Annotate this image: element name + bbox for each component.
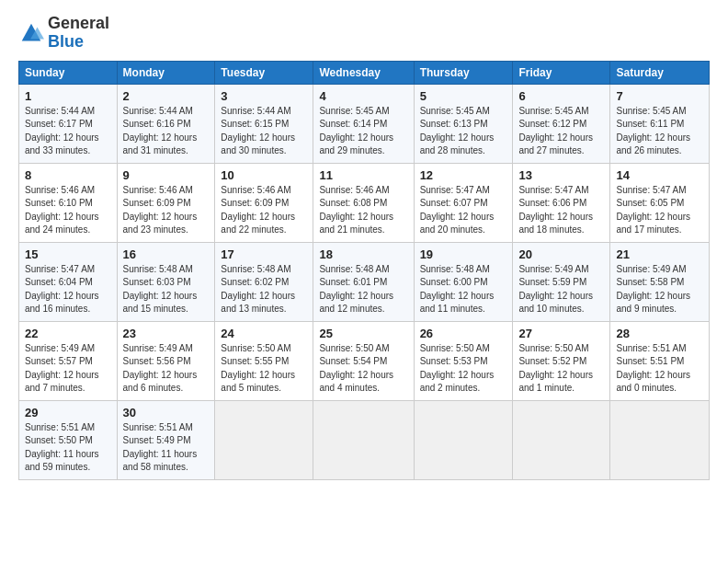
day-number: 21 (616, 247, 703, 261)
day-info: Sunrise: 5:48 AMSunset: 6:02 PMDaylight:… (221, 263, 307, 316)
day-cell: 3Sunrise: 5:44 AMSunset: 6:15 PMDaylight… (215, 84, 313, 163)
day-number: 10 (221, 168, 307, 182)
day-info: Sunrise: 5:48 AMSunset: 6:01 PMDaylight:… (319, 263, 407, 316)
logo-text: General Blue (48, 15, 109, 52)
day-info: Sunrise: 5:45 AMSunset: 6:13 PMDaylight:… (420, 105, 507, 158)
day-info: Sunrise: 5:45 AMSunset: 6:14 PMDaylight:… (319, 105, 407, 158)
day-cell: 21Sunrise: 5:49 AMSunset: 5:58 PMDayligh… (610, 242, 710, 321)
day-cell: 7Sunrise: 5:45 AMSunset: 6:11 PMDaylight… (610, 84, 710, 163)
day-cell: 13Sunrise: 5:47 AMSunset: 6:06 PMDayligh… (513, 163, 610, 242)
col-header-saturday: Saturday (610, 61, 710, 84)
week-row-3: 15Sunrise: 5:47 AMSunset: 6:04 PMDayligh… (19, 242, 710, 321)
day-cell: 20Sunrise: 5:49 AMSunset: 5:59 PMDayligh… (513, 242, 610, 321)
week-row-1: 1Sunrise: 5:44 AMSunset: 6:17 PMDaylight… (19, 84, 710, 163)
day-info: Sunrise: 5:51 AMSunset: 5:50 PMDaylight:… (25, 421, 111, 475)
day-number: 6 (518, 89, 604, 103)
col-header-friday: Friday (513, 61, 610, 84)
logo-blue: Blue (48, 32, 84, 51)
day-cell: 11Sunrise: 5:46 AMSunset: 6:08 PMDayligh… (313, 163, 414, 242)
day-cell: 6Sunrise: 5:45 AMSunset: 6:12 PMDaylight… (513, 84, 610, 163)
day-cell: 12Sunrise: 5:47 AMSunset: 6:07 PMDayligh… (414, 163, 513, 242)
day-cell: 30Sunrise: 5:51 AMSunset: 5:49 PMDayligh… (117, 400, 215, 479)
day-number: 15 (25, 247, 111, 261)
day-cell: 18Sunrise: 5:48 AMSunset: 6:01 PMDayligh… (313, 242, 414, 321)
day-number: 12 (420, 168, 507, 182)
day-number: 11 (319, 168, 407, 182)
col-header-thursday: Thursday (414, 61, 513, 84)
day-info: Sunrise: 5:46 AMSunset: 6:10 PMDaylight:… (25, 184, 111, 237)
day-info: Sunrise: 5:50 AMSunset: 5:55 PMDaylight:… (221, 342, 307, 396)
day-cell: 10Sunrise: 5:46 AMSunset: 6:09 PMDayligh… (215, 163, 313, 242)
day-cell: 17Sunrise: 5:48 AMSunset: 6:02 PMDayligh… (215, 242, 313, 321)
day-number: 30 (123, 406, 210, 419)
day-info: Sunrise: 5:47 AMSunset: 6:06 PMDaylight:… (518, 184, 604, 237)
day-number: 5 (420, 89, 507, 103)
page: General Blue SundayMondayTuesdayWednesda… (0, 0, 728, 563)
week-row-2: 8Sunrise: 5:46 AMSunset: 6:10 PMDaylight… (19, 163, 710, 242)
day-cell: 24Sunrise: 5:50 AMSunset: 5:55 PMDayligh… (215, 321, 313, 400)
day-number: 28 (616, 327, 703, 340)
day-number: 1 (25, 89, 111, 103)
day-cell (215, 400, 313, 479)
day-info: Sunrise: 5:47 AMSunset: 6:07 PMDaylight:… (420, 184, 507, 237)
day-cell: 29Sunrise: 5:51 AMSunset: 5:50 PMDayligh… (19, 400, 118, 479)
day-number: 26 (420, 327, 507, 340)
day-cell: 16Sunrise: 5:48 AMSunset: 6:03 PMDayligh… (117, 242, 215, 321)
day-number: 19 (420, 247, 507, 261)
col-header-wednesday: Wednesday (313, 61, 414, 84)
day-number: 29 (25, 406, 111, 419)
day-number: 18 (319, 247, 407, 261)
col-header-sunday: Sunday (19, 61, 118, 84)
week-row-5: 29Sunrise: 5:51 AMSunset: 5:50 PMDayligh… (19, 400, 710, 479)
logo: General Blue (18, 15, 109, 52)
day-info: Sunrise: 5:50 AMSunset: 5:54 PMDaylight:… (319, 342, 407, 396)
day-cell: 1Sunrise: 5:44 AMSunset: 6:17 PMDaylight… (19, 84, 118, 163)
day-info: Sunrise: 5:49 AMSunset: 5:56 PMDaylight:… (123, 342, 210, 396)
day-info: Sunrise: 5:47 AMSunset: 6:04 PMDaylight:… (25, 263, 111, 316)
calendar-table: SundayMondayTuesdayWednesdayThursdayFrid… (18, 61, 710, 480)
col-header-tuesday: Tuesday (215, 61, 313, 84)
day-number: 22 (25, 327, 111, 340)
day-cell: 14Sunrise: 5:47 AMSunset: 6:05 PMDayligh… (610, 163, 710, 242)
day-info: Sunrise: 5:46 AMSunset: 6:09 PMDaylight:… (123, 184, 210, 237)
day-cell: 22Sunrise: 5:49 AMSunset: 5:57 PMDayligh… (19, 321, 118, 400)
day-info: Sunrise: 5:49 AMSunset: 5:59 PMDaylight:… (518, 263, 604, 316)
day-cell: 23Sunrise: 5:49 AMSunset: 5:56 PMDayligh… (117, 321, 215, 400)
logo-icon (18, 20, 44, 46)
day-number: 27 (518, 327, 604, 340)
day-cell (313, 400, 414, 479)
day-cell (414, 400, 513, 479)
day-number: 14 (616, 168, 703, 182)
day-number: 2 (123, 89, 210, 103)
day-cell: 4Sunrise: 5:45 AMSunset: 6:14 PMDaylight… (313, 84, 414, 163)
day-number: 8 (25, 168, 111, 182)
day-cell: 19Sunrise: 5:48 AMSunset: 6:00 PMDayligh… (414, 242, 513, 321)
day-number: 20 (518, 247, 604, 261)
day-cell: 2Sunrise: 5:44 AMSunset: 6:16 PMDaylight… (117, 84, 215, 163)
day-cell: 9Sunrise: 5:46 AMSunset: 6:09 PMDaylight… (117, 163, 215, 242)
day-info: Sunrise: 5:45 AMSunset: 6:11 PMDaylight:… (616, 105, 703, 158)
logo-general: General (48, 14, 109, 32)
day-number: 4 (319, 89, 407, 103)
day-number: 13 (518, 168, 604, 182)
day-info: Sunrise: 5:50 AMSunset: 5:52 PMDaylight:… (518, 342, 604, 396)
day-info: Sunrise: 5:45 AMSunset: 6:12 PMDaylight:… (518, 105, 604, 158)
day-number: 24 (221, 327, 307, 340)
day-number: 25 (319, 327, 407, 340)
day-info: Sunrise: 5:44 AMSunset: 6:15 PMDaylight:… (221, 105, 307, 158)
day-number: 7 (616, 89, 703, 103)
day-info: Sunrise: 5:47 AMSunset: 6:05 PMDaylight:… (616, 184, 703, 237)
day-number: 16 (123, 247, 210, 261)
day-cell: 8Sunrise: 5:46 AMSunset: 6:10 PMDaylight… (19, 163, 118, 242)
day-cell: 25Sunrise: 5:50 AMSunset: 5:54 PMDayligh… (313, 321, 414, 400)
day-cell: 28Sunrise: 5:51 AMSunset: 5:51 PMDayligh… (610, 321, 710, 400)
day-info: Sunrise: 5:44 AMSunset: 6:16 PMDaylight:… (123, 105, 210, 158)
day-cell: 15Sunrise: 5:47 AMSunset: 6:04 PMDayligh… (19, 242, 118, 321)
day-cell (610, 400, 710, 479)
day-info: Sunrise: 5:50 AMSunset: 5:53 PMDaylight:… (420, 342, 507, 396)
day-number: 3 (221, 89, 307, 103)
day-cell: 26Sunrise: 5:50 AMSunset: 5:53 PMDayligh… (414, 321, 513, 400)
day-cell: 5Sunrise: 5:45 AMSunset: 6:13 PMDaylight… (414, 84, 513, 163)
header: General Blue (18, 15, 710, 52)
day-info: Sunrise: 5:44 AMSunset: 6:17 PMDaylight:… (25, 105, 111, 158)
